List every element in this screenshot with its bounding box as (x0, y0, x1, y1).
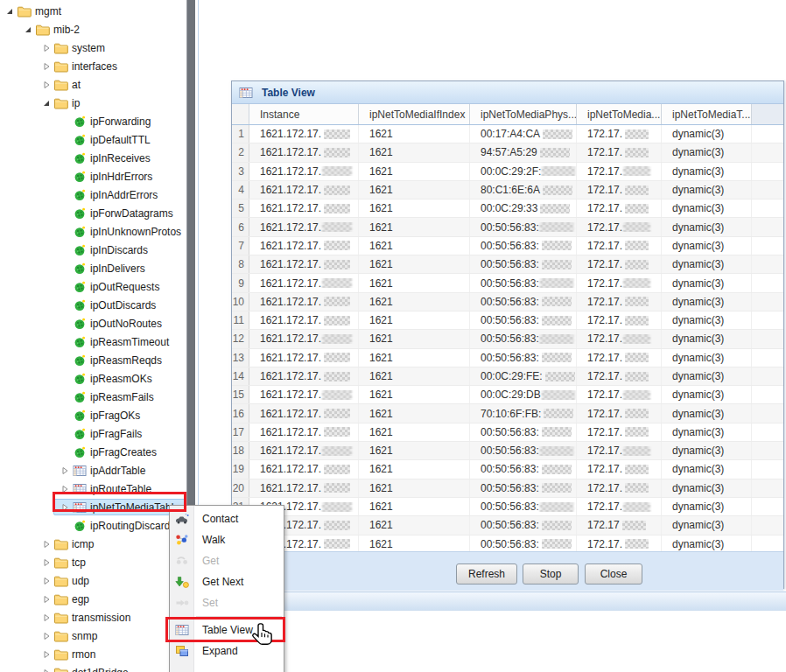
tree-item-icmp[interactable]: icmp (0, 535, 186, 553)
expander-closed-icon[interactable] (40, 593, 53, 606)
redacted-value (623, 334, 650, 344)
cell-netaddress: 172.17. (577, 144, 662, 161)
table-row[interactable]: 221621.172.17.162100:50:56:83:172.17dyna… (232, 516, 783, 535)
redacted-value (543, 130, 572, 139)
tree-item-ipFragFails[interactable]: ipFragFails (0, 424, 186, 443)
expander-open-icon[interactable] (40, 97, 53, 109)
stop-button[interactable]: Stop (523, 564, 579, 584)
tree-item-snmp[interactable]: snmp (0, 626, 186, 645)
redacted-value (322, 502, 353, 512)
tree-item-interfaces[interactable]: interfaces (0, 57, 186, 75)
table-row[interactable]: 31621.172.17.162100:0C:29:2F:172.17.dyna… (232, 163, 783, 181)
table-row[interactable]: 21621.172.17.162194:57:A5:29172.17.dynam… (232, 144, 783, 162)
table-row[interactable]: 51621.172.17.162100:0C:29:33172.17.dynam… (232, 200, 783, 218)
tree-item-ipOutDiscards[interactable]: ipOutDiscards (0, 296, 186, 314)
tree-item-ipInUnknownProtos[interactable]: ipInUnknownProtos (0, 222, 186, 241)
table-row[interactable]: 61621.172.17.162100:50:56:83:172.17.dyna… (232, 218, 783, 236)
expand-icon (170, 645, 193, 657)
table-row[interactable]: 101621.172.17.162100:50:56:83:172.17.dyn… (232, 293, 783, 312)
tree-item-ipOutRequests[interactable]: ipOutRequests (0, 277, 186, 296)
tree-item-ipFragOKs[interactable]: ipFragOKs (0, 406, 186, 424)
tree-item-ipAddrTable[interactable]: ipAddrTable (0, 461, 186, 480)
table-row[interactable]: 161621.172.17.162170:10:6F:FB:172.17.dyn… (232, 404, 783, 423)
cell-ifindex: 1621 (359, 442, 470, 459)
expander-closed-icon[interactable] (40, 648, 53, 661)
expander-closed-icon[interactable] (59, 465, 71, 477)
expander-closed-icon[interactable] (40, 60, 53, 73)
table-row[interactable]: 181621.172.17.162100:50:56:83:172.17.dyn… (232, 442, 783, 460)
table-row[interactable]: 91621.172.17.162100:50:56:83:172.17.dyna… (232, 274, 783, 292)
expander-closed-icon[interactable] (40, 630, 53, 642)
table-row[interactable]: 121621.172.17.162100:50:56:83:172.17.dyn… (232, 330, 783, 348)
column-header[interactable]: ipNetToMediaPhys... (470, 104, 577, 124)
expander-open-icon[interactable] (22, 24, 34, 36)
tree-item-egp[interactable]: egp (0, 590, 186, 608)
tree-item-ipReasmFails[interactable]: ipReasmFails (0, 388, 186, 406)
table-row[interactable]: 11621.172.17.162100:17:A4:CA172.17.dynam… (232, 125, 783, 144)
tree-item-udp[interactable]: udp (0, 571, 186, 590)
table-view-window-icon (239, 86, 253, 100)
column-header[interactable]: ipNetToMedia... (577, 104, 662, 124)
tree-item-at[interactable]: at (0, 75, 186, 94)
expander-closed-icon[interactable] (40, 575, 53, 587)
menu-item-label: Get Next (193, 576, 243, 588)
cell-ifindex: 1621 (359, 480, 470, 497)
tree-item-tcp[interactable]: tcp (0, 553, 186, 571)
tree-item-ipInDiscards[interactable]: ipInDiscards (0, 241, 186, 259)
expander-closed-icon[interactable] (40, 79, 53, 91)
table-row[interactable]: 71621.172.17.162100:50:56:83:172.17.dyna… (232, 237, 783, 256)
tree-item-mib-2[interactable]: mib-2 (0, 20, 186, 38)
tree-item-ipForwarding[interactable]: ipForwarding (0, 112, 186, 130)
bottom-panel-strip (200, 592, 786, 611)
tree-item-ipReasmReqds[interactable]: ipReasmReqds (0, 351, 186, 369)
column-header[interactable]: ipNetToMediaT... (662, 104, 752, 124)
table-row[interactable]: 211621.172.17.162100:50:56:83:172.17.dyn… (232, 498, 783, 516)
tree-item-ipOutNoRoutes[interactable]: ipOutNoRoutes (0, 314, 186, 332)
tree-item-mgmt[interactable]: mgmt (0, 2, 186, 20)
tree-item-ipFragCreates[interactable]: ipFragCreates (0, 443, 186, 461)
row-number: 16 (232, 404, 249, 422)
tree-item-ipDefaultTTL[interactable]: ipDefaultTTL (0, 130, 186, 149)
tree-item-ipInHdrErrors[interactable]: ipInHdrErrors (0, 167, 186, 186)
cell-physaddress: 00:50:56:83: (470, 237, 577, 255)
table-row[interactable]: 201621.172.17.162100:50:56:83:172.17.dyn… (232, 480, 783, 498)
expander-placeholder (59, 318, 71, 330)
column-header-rownum[interactable] (232, 104, 249, 124)
tree-item-system[interactable]: system (0, 38, 186, 57)
column-header[interactable]: Instance (249, 104, 359, 124)
tree-item-ipInReceives[interactable]: ipInReceives (0, 149, 186, 167)
table-row[interactable]: 141621.172.17.162100:0C:29:FE:172.17.dyn… (232, 368, 783, 386)
tree-item-label: at (72, 79, 81, 91)
tree-item-ip[interactable]: ip (0, 94, 186, 112)
close-button[interactable]: Close (585, 564, 642, 584)
menu-item-contact[interactable]: Contact (170, 508, 284, 529)
tree-item-ipReasmTimeout[interactable]: ipReasmTimeout (0, 332, 186, 351)
table-row[interactable]: 171621.172.17.162100:50:56:83:172.17.dyn… (232, 424, 783, 442)
tree-item-dot1dBridge[interactable]: dot1dBridge (0, 663, 186, 672)
table-row[interactable]: 81621.172.17.162100:50:56:83:172.17.dyna… (232, 256, 783, 274)
expander-closed-icon[interactable] (40, 538, 53, 550)
tree-item-transmission[interactable]: transmission (0, 608, 186, 626)
tree-item-rmon[interactable]: rmon (0, 645, 186, 663)
table-row[interactable]: 231621.172.17.162100:50:56:83:172.17.dyn… (232, 536, 783, 551)
tree-item-ipReasmOKs[interactable]: ipReasmOKs (0, 369, 186, 388)
table-row[interactable]: 151621.172.17.162100:0C:29:DB172.17.dyna… (232, 386, 783, 404)
expander-closed-icon[interactable] (40, 42, 53, 54)
table-row[interactable]: 41621.172.17.162180:C1:6E:6A172.17.dynam… (232, 181, 783, 200)
column-header[interactable]: ipNetToMediaIfIndex (359, 104, 470, 124)
expander-closed-icon[interactable] (40, 556, 53, 569)
cell-instance: 1621.172.17. (249, 368, 359, 385)
table-row[interactable]: 131621.172.17.162100:50:56:83:172.17.dyn… (232, 349, 783, 368)
menu-item-get-next[interactable]: Get Next (170, 571, 284, 592)
tree-item-ipForwDatagrams[interactable]: ipForwDatagrams (0, 204, 186, 222)
expander-open-icon[interactable] (4, 5, 16, 18)
tree-item-ipInAddrErrors[interactable]: ipInAddrErrors (0, 186, 186, 204)
tree-item-ipInDelivers[interactable]: ipInDelivers (0, 259, 186, 277)
tree-item-ipRoutingDiscards[interactable]: ipRoutingDiscards (0, 516, 186, 535)
expander-closed-icon[interactable] (40, 612, 53, 624)
refresh-button[interactable]: Refresh (456, 564, 517, 584)
menu-item-walk[interactable]: Walk (170, 529, 284, 550)
table-row[interactable]: 111621.172.17.162100:50:56:83:172.17.dyn… (232, 312, 783, 330)
expander-closed-icon[interactable] (40, 667, 53, 672)
table-row[interactable]: 191621.172.17.162100:50:56:83:172.17.dyn… (232, 460, 783, 479)
